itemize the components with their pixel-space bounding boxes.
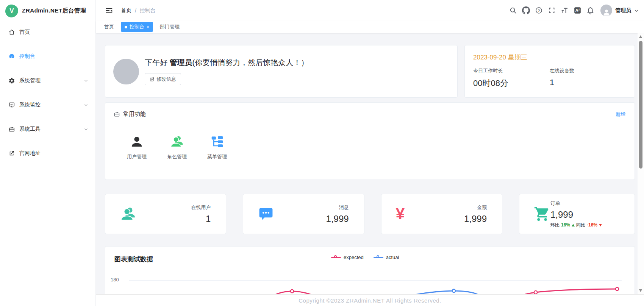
- chart-title: 图表测试数据: [114, 256, 153, 263]
- greeting-message: (你要悄悄努力，然后惊艳众人！）: [192, 58, 309, 67]
- sidebar-item-dashboard[interactable]: 控制台: [0, 47, 95, 66]
- mom-label: 环比: [550, 222, 560, 228]
- sidebar-item-website[interactable]: 官网地址: [0, 144, 95, 162]
- role-manage-icon: [170, 134, 184, 149]
- home-icon: [8, 29, 15, 36]
- app-window: V ZRAdmin.NET后台管理 首页 控制台 系统管理 系统监控: [0, 0, 644, 306]
- stat-value: 1,999: [550, 209, 626, 220]
- fullscreen-icon[interactable]: [545, 4, 558, 17]
- chart-card: 图表测试数据 expected actual 180: [105, 246, 635, 294]
- legend-item-actual[interactable]: actual: [374, 254, 399, 260]
- breadcrumb-home[interactable]: 首页: [121, 7, 131, 14]
- add-quick-function-link[interactable]: 新增: [616, 111, 625, 118]
- avatar: [113, 59, 139, 84]
- top-navbar: 首页 / 控制台 ? A文 管理员: [96, 0, 644, 21]
- scrollbar-thumb[interactable]: [639, 41, 642, 169]
- breadcrumb-separator: /: [135, 8, 136, 14]
- tags-view-bar: 首页 控制台 部门管理: [96, 21, 644, 33]
- stat-card-amount: ¥ 金额 1,999: [381, 194, 502, 234]
- y-axis-tick: 180: [111, 277, 119, 283]
- vertical-scrollbar[interactable]: [638, 33, 644, 294]
- gear-icon: [8, 77, 15, 84]
- quick-item-menu-manage[interactable]: 菜单管理: [197, 134, 237, 160]
- stat-value: 1,999: [464, 214, 487, 224]
- username[interactable]: 管理员: [615, 7, 631, 14]
- legend-item-expected[interactable]: expected: [331, 254, 364, 260]
- yen-icon: ¥: [396, 206, 413, 222]
- quick-item-user-manage[interactable]: 用户管理: [117, 134, 157, 160]
- active-tab-dot: [125, 26, 127, 28]
- tab-dashboard[interactable]: 控制台: [121, 22, 153, 32]
- external-link-icon: [8, 150, 15, 157]
- stat-card-online-users: 在线用户 1: [105, 194, 226, 234]
- greeting-username: 管理员: [170, 58, 192, 67]
- svg-text:?: ?: [538, 8, 540, 12]
- dashboard-icon: [8, 53, 15, 60]
- date-text: 2023-09-20 星期三: [473, 53, 626, 62]
- chart-legend: expected actual: [331, 254, 399, 260]
- stat-label: 消息: [326, 204, 349, 211]
- user-avatar[interactable]: [600, 5, 612, 16]
- chevron-down-icon: [83, 102, 89, 108]
- yoy-value: -16%: [587, 222, 597, 228]
- quick-functions-card: 常用功能 新增 用户管理 角色管理 菜单管理: [105, 102, 635, 180]
- breadcrumb: 首页 / 控制台: [121, 7, 156, 14]
- sidebar: V ZRAdmin.NET后台管理 首页 控制台 系统管理 系统监控: [0, 0, 96, 306]
- toolbox-icon: [8, 126, 15, 133]
- tab-close-icon[interactable]: [147, 25, 149, 29]
- quick-item-role-manage[interactable]: 角色管理: [157, 134, 197, 160]
- bell-icon[interactable]: [584, 4, 597, 17]
- legend-marker-expected: [331, 255, 341, 259]
- font-size-icon[interactable]: [558, 4, 571, 17]
- date-card: 2023-09-20 星期三 今日工作时长 00时08分 在线设备数 1: [464, 45, 635, 98]
- sidebar-item-home[interactable]: 首页: [0, 23, 95, 41]
- online-devices-value: 1: [550, 78, 626, 87]
- work-time-label: 今日工作时长: [473, 67, 550, 74]
- message-icon: [258, 206, 274, 222]
- legend-label: actual: [386, 254, 399, 260]
- chevron-down-icon: [83, 78, 89, 83]
- copyright-text: Copyright ©2023 ZRAdmin.NET All Rights R…: [299, 297, 441, 304]
- sidebar-item-label: 系统管理: [19, 77, 83, 84]
- quick-item-label: 菜单管理: [207, 153, 227, 160]
- stats-row: 在线用户 1 消息 1,999 ¥: [105, 194, 635, 234]
- mom-value: 16%: [561, 222, 570, 228]
- svg-text:文: 文: [578, 8, 580, 11]
- edit-info-button[interactable]: 修改信息: [145, 73, 181, 85]
- stat-label: 订单: [550, 200, 626, 207]
- monitor-icon: [8, 101, 15, 108]
- stat-value: 1: [191, 214, 211, 224]
- quick-functions-title: 常用功能: [123, 111, 146, 118]
- sidebar-collapse-icon[interactable]: [105, 6, 113, 15]
- stat-card-messages: 消息 1,999: [243, 194, 364, 234]
- stat-label: 在线用户: [191, 204, 211, 211]
- trend-row: 环比 16% 同比 -16%: [550, 222, 626, 228]
- scroll-down-arrow-icon[interactable]: [639, 289, 642, 292]
- work-time-value: 00时08分: [473, 78, 550, 89]
- tab-department[interactable]: 部门管理: [155, 22, 184, 32]
- chevron-down-icon: [83, 126, 89, 132]
- edit-info-label: 修改信息: [156, 76, 176, 83]
- edit-icon: [150, 77, 155, 82]
- stat-value: 1,999: [326, 214, 349, 224]
- cart-icon: [534, 206, 550, 222]
- breadcrumb-current: 控制台: [140, 7, 156, 14]
- tab-label: 控制台: [130, 23, 144, 30]
- users-icon: [120, 206, 136, 222]
- tab-home[interactable]: 首页: [100, 22, 119, 32]
- line-chart: [105, 247, 629, 294]
- sidebar-item-system-monitor[interactable]: 系统监控: [0, 96, 95, 114]
- scroll-up-arrow-icon[interactable]: [639, 35, 642, 38]
- search-icon[interactable]: [506, 4, 519, 17]
- main-area: 首页 / 控制台 ? A文 管理员 首页 控制台: [96, 0, 644, 306]
- sidebar-item-system-manage[interactable]: 系统管理: [0, 72, 95, 90]
- trend-up-icon: [572, 224, 575, 226]
- chevron-down-icon[interactable]: [633, 8, 639, 14]
- help-icon[interactable]: ?: [532, 4, 545, 17]
- github-icon[interactable]: [519, 4, 532, 17]
- translate-icon[interactable]: A文: [571, 4, 584, 17]
- sidebar-item-system-tools[interactable]: 系统工具: [0, 120, 95, 138]
- sidebar-item-label: 官网地址: [19, 150, 89, 157]
- app-logo[interactable]: V ZRAdmin.NET后台管理: [0, 0, 95, 22]
- greeting-prefix: 下午好: [145, 58, 170, 67]
